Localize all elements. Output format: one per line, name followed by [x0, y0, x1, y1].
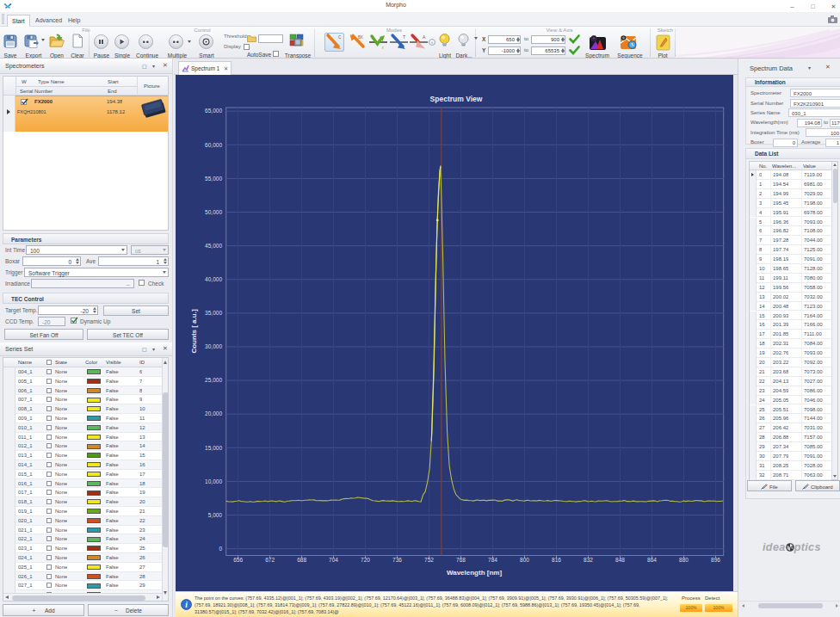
svg-text:720: 720: [361, 557, 370, 563]
svg-text:672: 672: [265, 557, 275, 563]
svg-text:25,000: 25,000: [205, 377, 222, 383]
svg-text:35,000: 35,000: [205, 310, 222, 316]
svg-text:752: 752: [424, 557, 434, 563]
svg-text:50,000: 50,000: [205, 209, 222, 215]
svg-text:816: 816: [552, 557, 561, 563]
svg-text:60,000: 60,000: [205, 142, 222, 148]
svg-text:15,000: 15,000: [205, 445, 222, 451]
svg-text:Wavelength [nm]: Wavelength [nm]: [447, 569, 502, 577]
svg-text:i: i: [185, 601, 188, 609]
svg-text:880: 880: [679, 557, 689, 563]
svg-text:55,000: 55,000: [205, 176, 222, 182]
svg-text:40,000: 40,000: [205, 276, 222, 282]
svg-text:864: 864: [647, 557, 657, 563]
svg-text:896: 896: [711, 557, 720, 563]
svg-text:65,000: 65,000: [205, 108, 222, 114]
svg-text:A: A: [423, 34, 426, 40]
svg-text:848: 848: [615, 557, 625, 563]
svg-text:10,000: 10,000: [205, 478, 222, 484]
svg-text:r: r: [382, 45, 384, 50]
svg-text:Counts [ a.u.]: Counts [ a.u.]: [190, 309, 198, 353]
svg-text:784: 784: [488, 557, 497, 563]
svg-text:736: 736: [392, 557, 402, 563]
svg-text:BK: BK: [358, 35, 363, 40]
svg-text:0: 0: [219, 546, 222, 552]
svg-text:704: 704: [329, 557, 338, 563]
svg-text:768: 768: [456, 557, 466, 563]
svg-text:832: 832: [584, 557, 593, 563]
svg-text:688: 688: [297, 557, 306, 563]
svg-text:T: T: [403, 34, 405, 40]
svg-text:800: 800: [520, 557, 529, 563]
svg-text:Spectrum View: Spectrum View: [430, 95, 483, 103]
svg-text:20,000: 20,000: [205, 410, 222, 416]
svg-text:45,000: 45,000: [205, 243, 222, 249]
svg-text:5,000: 5,000: [208, 512, 223, 518]
svg-text:30,000: 30,000: [205, 343, 222, 349]
svg-text:656: 656: [233, 557, 243, 563]
svg-text:C: C: [338, 34, 342, 40]
